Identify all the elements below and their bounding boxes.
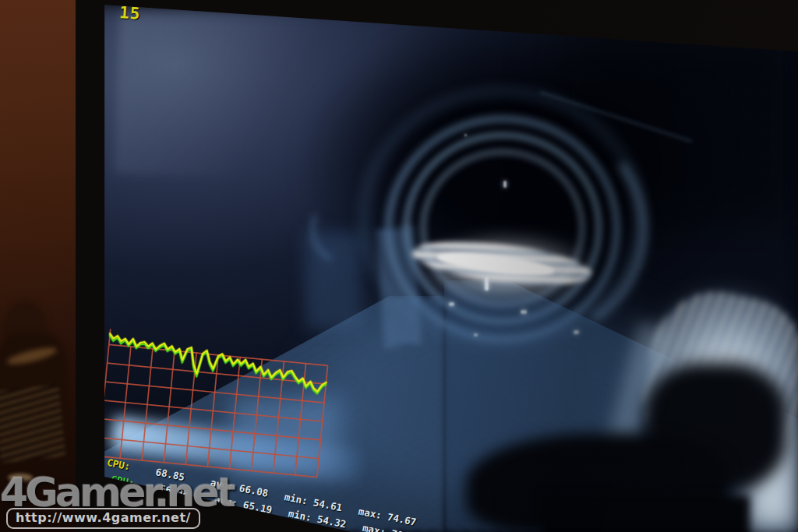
temperature-graph xyxy=(94,294,337,481)
fps-value: 15 xyxy=(118,3,141,23)
metallic-object xyxy=(0,385,66,463)
watermark-url: http://www.4gamer.net/ xyxy=(6,508,200,529)
monitor-screen: 15 CPU: 68.85 avg: 66.08 min: 54.61 max:… xyxy=(0,0,798,532)
watermark-logo: 4Gamer.net xyxy=(0,472,233,513)
fps-counter: 15 xyxy=(118,3,141,23)
temp-graph-svg xyxy=(94,294,337,481)
photo-of-monitor: 15 CPU: 68.85 avg: 66.08 min: 54.61 max:… xyxy=(0,0,798,532)
